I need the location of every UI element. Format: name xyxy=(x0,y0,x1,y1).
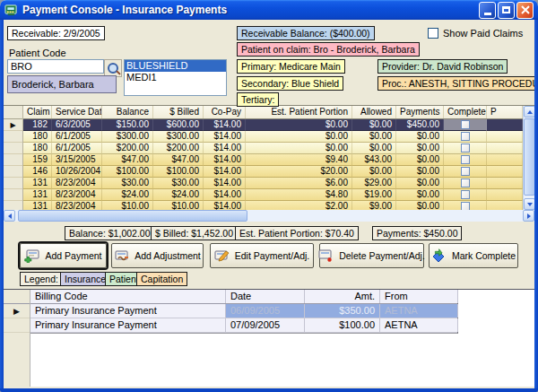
claims-cell xyxy=(487,154,523,166)
patient-code-input[interactable] xyxy=(7,59,104,74)
payments-row[interactable]: Primary Insurance Payment06/09/2005$350.… xyxy=(30,304,457,318)
claims-column-header[interactable]: P xyxy=(487,106,523,118)
claims-row[interactable]: 1318/23/2004$10.00$10.00$14.00$2.00$9.00… xyxy=(23,201,523,210)
patient-code-label: Patient Code xyxy=(9,48,66,58)
payments-column-header[interactable]: Date xyxy=(226,290,305,303)
scroll-right-button[interactable] xyxy=(523,210,534,222)
claims-horizontal-scrollbar[interactable] xyxy=(4,210,534,222)
complete-cell xyxy=(444,189,487,201)
claims-row[interactable]: 1806/1/2005$300.00$300.00$14.00$0.00$0.0… xyxy=(23,131,523,143)
patient-on-claim-label: Patient on claim: Bro - Broderick, Barba… xyxy=(237,42,420,57)
claims-cell: $47.00 xyxy=(102,154,153,166)
claims-row[interactable]: 1593/15/2005$47.00$47.00$14.00$9.40$43.0… xyxy=(23,154,523,166)
payments-cell: $100.00 xyxy=(305,318,380,332)
claims-column-header[interactable]: Service Date xyxy=(52,106,102,118)
payments-row[interactable]: Primary Insurance Payment07/09/2005$100.… xyxy=(30,318,457,333)
minimize-button[interactable] xyxy=(479,2,496,19)
claims-cell: $24.00 xyxy=(102,189,153,201)
claims-cell: 6/1/2005 xyxy=(52,131,102,143)
claims-cell xyxy=(487,166,523,178)
claims-header-row: Claim #Service DateBalance$ BilledCo-Pay… xyxy=(23,106,523,119)
row-selector[interactable] xyxy=(4,178,22,189)
claims-cell: 10/26/2004 xyxy=(52,166,102,178)
claims-cell: $9.40 xyxy=(246,154,352,166)
claims-cell: 6/3/2005 xyxy=(52,119,102,131)
claims-cell: 8/23/2004 xyxy=(52,189,102,201)
complete-checkbox[interactable] xyxy=(461,179,470,187)
complete-cell xyxy=(444,143,487,154)
add-adjustment-button[interactable]: Add Adjustment xyxy=(111,243,204,268)
claims-row[interactable]: 1318/23/2004$30.00$30.00$14.00$6.00$29.0… xyxy=(23,178,523,189)
claims-cell: $6.00 xyxy=(246,178,352,189)
claims-vertical-scrollbar[interactable] xyxy=(523,106,534,210)
payments-header-row: Billing CodeDateAmt.From xyxy=(30,290,457,304)
payments-column-header[interactable]: Amt. xyxy=(305,290,380,303)
complete-checkbox[interactable] xyxy=(461,144,470,152)
claims-row[interactable]: 1806/1/2005$200.00$200.00$14.00$0.00$0.0… xyxy=(23,143,523,154)
claims-cell: $100.00 xyxy=(153,166,204,178)
delete-payment-icon xyxy=(318,248,334,263)
row-selector[interactable] xyxy=(4,318,30,333)
edit-payment-button[interactable]: Edit Payment/Adj. xyxy=(210,243,314,268)
claims-column-header[interactable]: $ Billed xyxy=(153,106,204,118)
row-selector[interactable]: ▶ xyxy=(4,119,22,131)
claims-cell: $19.00 xyxy=(352,189,396,201)
patient-search-button[interactable] xyxy=(104,59,122,77)
claims-row[interactable]: 1826/3/2005$150.00$600.00$14.00$0.00$0.0… xyxy=(23,119,523,131)
claims-row[interactable]: 14610/26/2004$100.00$100.00$14.00$20.00$… xyxy=(23,166,523,178)
payments-grid-main: Billing CodeDateAmt.From Primary Insuran… xyxy=(30,290,458,334)
claims-cell: $150.00 xyxy=(102,119,153,131)
payments-body: Primary Insurance Payment06/09/2005$350.… xyxy=(30,304,457,333)
add-payment-button[interactable]: Add Payment xyxy=(20,243,107,268)
claims-column-header[interactable]: Est. Patient Portion xyxy=(246,106,352,118)
claims-cell: $0.00 xyxy=(396,166,444,178)
complete-checkbox[interactable] xyxy=(461,120,470,129)
payments-column-header[interactable]: From xyxy=(380,290,458,303)
titlebar[interactable]: Payment Console - Insurance Payments xyxy=(0,0,538,20)
claims-cell: $20.00 xyxy=(246,166,352,178)
mark-complete-button[interactable]: Mark Complete xyxy=(429,243,518,268)
scroll-left-button[interactable] xyxy=(4,210,15,222)
payments-column-header[interactable]: Billing Code xyxy=(30,290,226,303)
claims-cell: 3/15/2005 xyxy=(52,154,102,166)
complete-checkbox[interactable] xyxy=(461,202,470,210)
complete-checkbox[interactable] xyxy=(461,132,470,141)
insurance-list-item[interactable]: MEDI1 xyxy=(125,72,226,83)
claims-column-header[interactable]: Balance xyxy=(102,106,153,118)
claims-column-header[interactable]: Complete xyxy=(444,106,487,118)
complete-checkbox[interactable] xyxy=(461,190,470,199)
primary-coverage-label: Primary: Medicare Main xyxy=(237,59,345,74)
claims-column-header[interactable]: Allowed xyxy=(352,106,396,118)
show-paid-claims[interactable]: Show Paid Claims xyxy=(428,28,523,39)
claims-cell: $0.00 xyxy=(246,131,352,143)
row-selector[interactable] xyxy=(4,143,22,154)
row-selector[interactable] xyxy=(4,131,22,143)
claims-column-header[interactable]: Claim # xyxy=(23,106,52,118)
claims-cell: $0.00 xyxy=(352,143,396,154)
claims-cell: 180 xyxy=(23,131,52,143)
complete-checkbox[interactable] xyxy=(461,155,470,164)
row-selector[interactable] xyxy=(4,166,22,178)
add-payment-icon xyxy=(24,248,39,263)
claims-row[interactable]: 1318/23/2004$24.00$24.00$14.00$4.80$19.0… xyxy=(23,189,523,201)
insurance-listbox[interactable]: BLUESHIELDMEDI1 xyxy=(124,59,227,96)
row-selector[interactable] xyxy=(4,154,22,166)
insurance-list-item[interactable]: BLUESHIELD xyxy=(125,60,226,72)
row-selector[interactable]: ▶ xyxy=(4,304,30,318)
maximize-button[interactable] xyxy=(498,2,515,19)
row-selector[interactable] xyxy=(4,189,22,201)
complete-checkbox[interactable] xyxy=(461,167,470,176)
payments-grid: ▶ Billing CodeDateAmt.From Primary Insur… xyxy=(4,289,534,387)
close-button[interactable] xyxy=(516,2,534,19)
claims-column-header[interactable]: Co-Pay xyxy=(204,106,246,118)
claims-cell: $14.00 xyxy=(204,154,246,166)
arrow-left-icon xyxy=(8,213,12,219)
delete-payment-button[interactable]: Delete Payment/Adj. xyxy=(319,243,424,268)
claims-cell: $600.00 xyxy=(153,119,204,131)
horizontal-scroll-thumb[interactable] xyxy=(18,210,247,222)
claims-column-header[interactable]: Payments xyxy=(396,106,444,118)
claims-cell: 6/1/2005 xyxy=(52,143,102,154)
show-paid-claims-checkbox[interactable] xyxy=(428,28,438,39)
mark-complete-label: Mark Complete xyxy=(452,250,516,261)
payments-cell: Primary Insurance Payment xyxy=(30,318,226,332)
